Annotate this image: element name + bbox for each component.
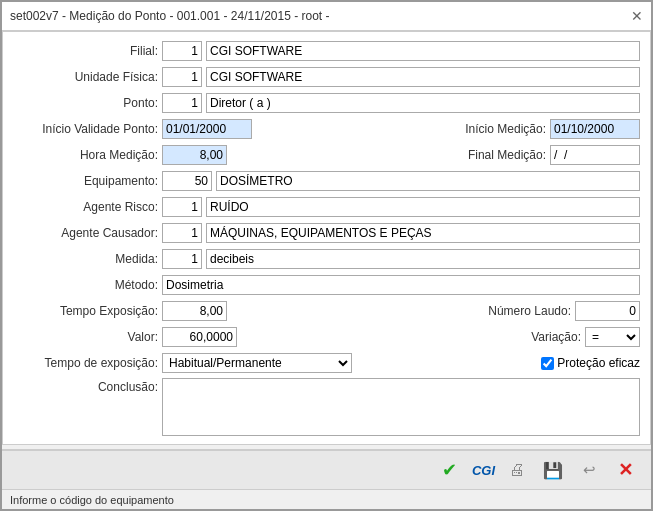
numero-laudo-label: Número Laudo: xyxy=(461,304,571,318)
agente-causador-num-input[interactable] xyxy=(162,223,202,243)
ponto-label: Ponto: xyxy=(13,96,158,110)
window-title: set002v7 - Medição do Ponto - 001.001 - … xyxy=(10,9,330,23)
tempo-tipo-select[interactable]: Habitual/Permanente Habitual/Não Permane… xyxy=(162,353,352,373)
confirm-button[interactable]: ✔ xyxy=(436,456,464,484)
inicio-medicao-label: Início Medição: xyxy=(441,122,546,136)
conclusao-row: Conclusão: xyxy=(13,378,640,436)
metodo-input[interactable] xyxy=(162,275,640,295)
equipamento-row: Equipamento: xyxy=(13,170,640,192)
final-medicao-input[interactable] xyxy=(550,145,640,165)
conclusao-label: Conclusão: xyxy=(13,378,158,394)
agente-risco-row: Agente Risco: xyxy=(13,196,640,218)
form-section: Filial: Unidade Física: Ponto: Início Va… xyxy=(2,31,651,445)
save-button[interactable]: 💾 xyxy=(539,456,567,484)
agente-causador-row: Agente Causador: xyxy=(13,222,640,244)
undo-button[interactable]: ↩ xyxy=(575,456,603,484)
unidade-name-input[interactable] xyxy=(206,67,640,87)
protecao-label: Proteção eficaz xyxy=(557,356,640,370)
inicio-validade-label: Início Validade Ponto: xyxy=(13,122,158,136)
protecao-checkbox[interactable] xyxy=(541,357,554,370)
ponto-num-input[interactable] xyxy=(162,93,202,113)
inicio-validade-input[interactable] xyxy=(162,119,252,139)
agente-causador-label: Agente Causador: xyxy=(13,226,158,240)
hora-medicao-label: Hora Medição: xyxy=(13,148,158,162)
variacao-select[interactable]: = > < >= <= xyxy=(585,327,640,347)
validade-medicao-row: Início Validade Ponto: Início Medição: xyxy=(13,118,640,140)
ponto-row: Ponto: xyxy=(13,92,640,114)
equipamento-label: Equipamento: xyxy=(13,174,158,188)
unidade-num-input[interactable] xyxy=(162,67,202,87)
tempo-laudo-row: Tempo Exposição: Número Laudo: xyxy=(13,300,640,322)
filial-name-input[interactable] xyxy=(206,41,640,61)
window: set002v7 - Medição do Ponto - 001.001 - … xyxy=(0,0,653,511)
medida-num-input[interactable] xyxy=(162,249,202,269)
filial-row: Filial: xyxy=(13,40,640,62)
inicio-medicao-input[interactable] xyxy=(550,119,640,139)
metodo-row: Método: xyxy=(13,274,640,296)
tempo-tipo-label: Tempo de exposição: xyxy=(13,356,158,370)
tempo-tipo-row: Tempo de exposição: Habitual/Permanente … xyxy=(13,352,640,374)
window-close-icon[interactable]: ✕ xyxy=(631,8,643,24)
conclusao-textarea[interactable] xyxy=(162,378,640,436)
ponto-name-input[interactable] xyxy=(206,93,640,113)
tempo-exposicao-input[interactable] xyxy=(162,301,227,321)
equipamento-num-input[interactable] xyxy=(162,171,212,191)
hora-final-row: Hora Medição: Final Medição: xyxy=(13,144,640,166)
medida-label: Medida: xyxy=(13,252,158,266)
cgi-logo: CGI xyxy=(472,463,495,478)
valor-input[interactable] xyxy=(162,327,237,347)
status-bar: Informe o código do equipamento xyxy=(2,489,651,509)
numero-laudo-input[interactable] xyxy=(575,301,640,321)
unidade-label: Unidade Física: xyxy=(13,70,158,84)
variacao-label: Variação: xyxy=(471,330,581,344)
final-medicao-label: Final Medição: xyxy=(441,148,546,162)
filial-num-input[interactable] xyxy=(162,41,202,61)
medida-name-input[interactable] xyxy=(206,249,640,269)
metodo-label: Método: xyxy=(13,278,158,292)
tempo-exposicao-label: Tempo Exposição: xyxy=(13,304,158,318)
agente-risco-name-input[interactable] xyxy=(206,197,640,217)
equipamento-name-input[interactable] xyxy=(216,171,640,191)
agente-risco-label: Agente Risco: xyxy=(13,200,158,214)
valor-variacao-row: Valor: Variação: = > < >= <= xyxy=(13,326,640,348)
status-message: Informe o código do equipamento xyxy=(10,494,174,506)
protecao-row: Proteção eficaz xyxy=(541,356,640,370)
valor-label: Valor: xyxy=(13,330,158,344)
agente-causador-name-input[interactable] xyxy=(206,223,640,243)
filial-label: Filial: xyxy=(13,44,158,58)
footer-toolbar: ✔ CGI 🖨 💾 ↩ ✕ xyxy=(2,449,651,489)
print-button[interactable]: 🖨 xyxy=(503,456,531,484)
medida-row: Medida: xyxy=(13,248,640,270)
close-button[interactable]: ✕ xyxy=(611,456,639,484)
unidade-row: Unidade Física: xyxy=(13,66,640,88)
hora-medicao-input[interactable] xyxy=(162,145,227,165)
title-bar: set002v7 - Medição do Ponto - 001.001 - … xyxy=(2,2,651,31)
agente-risco-num-input[interactable] xyxy=(162,197,202,217)
